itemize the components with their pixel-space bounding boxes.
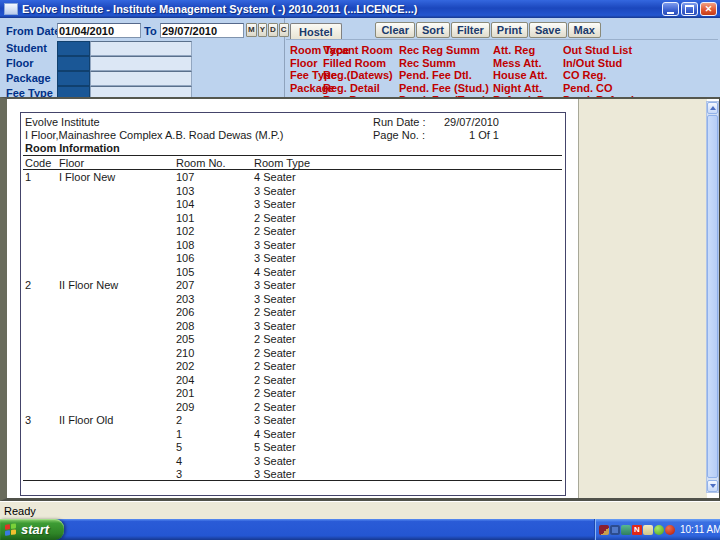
green-status-icon[interactable] bbox=[654, 525, 664, 535]
floor-code-field[interactable] bbox=[57, 56, 90, 71]
preview-gutter bbox=[578, 99, 707, 498]
to-label: To bbox=[144, 25, 157, 37]
date-mode-m-button[interactable]: M bbox=[246, 23, 257, 37]
student-value-field[interactable] bbox=[90, 41, 192, 56]
arrow-down-icon bbox=[710, 484, 716, 488]
start-label: start bbox=[21, 522, 49, 537]
menu-link-in-out-stud[interactable]: In/Out Stud bbox=[563, 57, 634, 70]
table-row: 1 I Floor New 107 4 Seater bbox=[21, 171, 565, 184]
table-row: 203 3 Seater bbox=[21, 293, 565, 306]
run-date-value: 29/07/2010 bbox=[411, 116, 499, 128]
date-mode-y-button[interactable]: Y bbox=[258, 23, 267, 37]
menu-link-reg-datews[interactable]: Reg.(Datews) bbox=[323, 69, 393, 82]
table-row: 206 2 Seater bbox=[21, 306, 565, 319]
filter-row-floor: Floor bbox=[0, 56, 284, 69]
report-menu: Room TypeFloorFee TypePackageVacant Room… bbox=[286, 42, 720, 97]
n-logo-icon[interactable]: N bbox=[632, 525, 642, 535]
close-button[interactable]: ✕ bbox=[700, 2, 717, 16]
taskbar-clock[interactable]: 10:11 AM bbox=[680, 524, 720, 535]
table-row: 108 3 Seater bbox=[21, 239, 565, 252]
date-mode-d-button[interactable]: D bbox=[268, 23, 278, 37]
table-row: 103 3 Seater bbox=[21, 185, 565, 198]
col-header-room-no: Room No. bbox=[176, 157, 226, 169]
status-text: Ready bbox=[4, 505, 36, 517]
clear-button[interactable]: Clear bbox=[375, 22, 415, 38]
taskbar: start N 10:11 AM bbox=[0, 519, 720, 540]
menu-link-att-reg[interactable]: Att. Reg bbox=[493, 44, 558, 57]
title-bar: Evolve Institute - Institute Management … bbox=[0, 0, 720, 18]
minimize-icon bbox=[667, 12, 674, 14]
menu-link-night-att[interactable]: Night Att. bbox=[493, 82, 558, 95]
app-icon bbox=[4, 3, 18, 15]
date-mode-buttons: MYDC bbox=[246, 23, 289, 37]
scrollbar-thumb[interactable] bbox=[707, 115, 718, 478]
start-button[interactable]: start bbox=[0, 519, 64, 540]
menu-link-rec-reg-summ[interactable]: Rec Reg Summ bbox=[399, 44, 489, 57]
menu-link-co-reg[interactable]: CO Reg. bbox=[563, 69, 634, 82]
print-button[interactable]: Print bbox=[491, 22, 528, 38]
menu-link-vacant-room[interactable]: Vacant Room bbox=[323, 44, 393, 57]
network-status-icon[interactable] bbox=[621, 525, 631, 535]
menu-link-reg-detail[interactable]: Reg. Detail bbox=[323, 82, 393, 95]
table-row: 3 II Floor Old 2 3 Seater bbox=[21, 414, 565, 427]
display-icon[interactable] bbox=[610, 525, 620, 535]
toolbar-buttons: ClearSortFilterPrintSaveMax bbox=[375, 22, 601, 38]
col-header-code: Code bbox=[25, 157, 51, 169]
from-date-label: From Date bbox=[6, 25, 60, 37]
maroon-app-icon[interactable] bbox=[599, 525, 609, 535]
menu-link-pend-co[interactable]: Pend. CO bbox=[563, 82, 634, 95]
table-row: 102 2 Seater bbox=[21, 225, 565, 238]
window-title: Evolve Institute - Institute Management … bbox=[22, 3, 658, 15]
sort-button[interactable]: Sort bbox=[416, 22, 450, 38]
table-row: 208 3 Seater bbox=[21, 320, 565, 333]
menu-link-rec-summ[interactable]: Rec Summ bbox=[399, 57, 489, 70]
restore-button[interactable] bbox=[681, 2, 698, 16]
to-date-input[interactable] bbox=[160, 23, 244, 38]
package-code-field[interactable] bbox=[57, 71, 90, 86]
system-tray: N 10:11 AM bbox=[594, 519, 720, 540]
notes-app-icon[interactable] bbox=[643, 525, 653, 535]
table-row: 205 2 Seater bbox=[21, 333, 565, 346]
menu-link-out-stud-list[interactable]: Out Stud List bbox=[563, 44, 634, 57]
floor-value-field[interactable] bbox=[90, 56, 192, 71]
arrow-up-icon bbox=[710, 106, 716, 110]
status-bar: Ready bbox=[0, 501, 720, 519]
table-row: 204 2 Seater bbox=[21, 374, 565, 387]
scroll-down-button[interactable] bbox=[707, 480, 718, 492]
tab-strip bbox=[286, 39, 718, 40]
table-row: 105 4 Seater bbox=[21, 266, 565, 279]
menu-link-mess-att[interactable]: Mess Att. bbox=[493, 57, 558, 70]
desktop-screen: Evolve Institute - Institute Management … bbox=[0, 0, 720, 540]
table-row: 210 2 Seater bbox=[21, 347, 565, 360]
window-controls: ✕ bbox=[662, 2, 717, 16]
package-value-field[interactable] bbox=[90, 71, 192, 86]
table-row: 101 2 Seater bbox=[21, 212, 565, 225]
restore-icon bbox=[685, 5, 694, 14]
filter-row-student: Student bbox=[0, 41, 284, 54]
report-page: Evolve Institute Run Date : 29/07/2010 I… bbox=[20, 112, 566, 496]
institute-address: I Floor,Mainashree Complex A.B. Road Dew… bbox=[25, 129, 283, 141]
filter-button[interactable]: Filter bbox=[451, 22, 490, 38]
minimize-button[interactable] bbox=[662, 2, 679, 16]
filter-toolbar: From Date To MYDC Student Floor Package … bbox=[0, 18, 720, 98]
menu-link-pend-fee-stud[interactable]: Pend. Fee (Stud.) bbox=[399, 82, 489, 95]
tab-hostel[interactable]: Hostel bbox=[290, 23, 342, 40]
vertical-scrollbar[interactable] bbox=[706, 101, 719, 493]
col-header-floor: Floor bbox=[59, 157, 84, 169]
institute-name: Evolve Institute bbox=[25, 116, 100, 128]
from-date-input[interactable] bbox=[57, 23, 141, 38]
table-row: 104 3 Seater bbox=[21, 198, 565, 211]
table-row: 202 2 Seater bbox=[21, 360, 565, 373]
menu-link-house-att[interactable]: House Att. bbox=[493, 69, 558, 82]
menu-link-filled-room[interactable]: Filled Room bbox=[323, 57, 393, 70]
tray-icons: N bbox=[599, 525, 675, 535]
red-alert-icon[interactable] bbox=[665, 525, 675, 535]
menu-link-pend-fee-dtl[interactable]: Pend. Fee Dtl. bbox=[399, 69, 489, 82]
table-row: 5 5 Seater bbox=[21, 441, 565, 454]
filter-label-student: Student bbox=[6, 42, 47, 54]
student-code-field[interactable] bbox=[57, 41, 90, 56]
scroll-up-button[interactable] bbox=[707, 102, 718, 114]
filter-row-package: Package bbox=[0, 71, 284, 84]
save-button[interactable]: Save bbox=[529, 22, 567, 38]
max-button[interactable]: Max bbox=[568, 22, 601, 38]
